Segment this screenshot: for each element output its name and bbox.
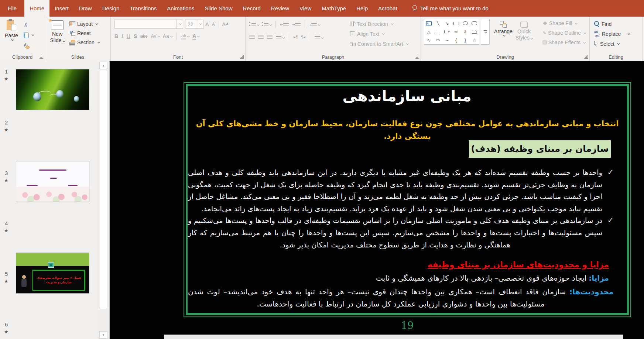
font-dialog-launcher[interactable] — [240, 55, 244, 59]
new-slide-button[interactable]: New Slide — [47, 18, 67, 52]
limitations-paragraph[interactable]: محدودیت‌ها: سازمان فاقد انعطاف است– همکا… — [188, 286, 613, 310]
shape-triangle[interactable]: △ — [424, 28, 434, 36]
find-button[interactable]: Find — [594, 19, 630, 29]
slide-canvas[interactable]: مبانی سازماندهی انتخاب و مبانی سازماندهی… — [110, 61, 644, 339]
select-button[interactable]: Select — [594, 39, 630, 49]
decrease-indent-button[interactable]: ⇤ — [280, 21, 289, 27]
format-painter-button[interactable] — [24, 41, 34, 50]
italic-button[interactable]: I — [121, 33, 123, 39]
shape-outline-button[interactable]: ✎Shape Outline — [543, 28, 586, 38]
shape-star[interactable]: ☆ — [470, 36, 479, 44]
scroll-up-button[interactable]: ▲ — [99, 62, 107, 69]
thumbnail-scrollbar[interactable]: ▲ ▼ — [99, 61, 107, 339]
font-name-combo[interactable] — [114, 20, 183, 29]
shape-fill-button[interactable]: Shape Fill — [543, 18, 586, 28]
horizontal-scrollbar[interactable] — [164, 335, 623, 339]
layout-button[interactable]: Layout — [69, 19, 99, 28]
copy-button[interactable] — [24, 30, 34, 40]
shape-right-arrow[interactable]: ⇨ — [452, 28, 461, 36]
highlight-color-button[interactable]: ab — [181, 33, 189, 40]
change-case-button[interactable]: Aa — [163, 33, 172, 39]
slide-title[interactable]: مبانی سازماندهی — [187, 84, 627, 108]
shape-down-arrow[interactable]: ⇩ — [461, 28, 470, 36]
slide-3-thumbnail[interactable]: 11 فصل ۱: سیر تحولات نظریه‌های سازمان و … — [16, 253, 89, 294]
tab-file[interactable]: File — [0, 0, 24, 17]
rtl-direction-button[interactable]: ¶◂ — [301, 35, 305, 40]
shape-left-brace[interactable]: { — [452, 36, 461, 44]
shape-rounded-rectangle[interactable] — [470, 19, 479, 28]
tab-draw[interactable]: Draw — [74, 0, 97, 17]
advantages-heading[interactable]: مزایا و محدودیت‌های سازمان بر مبنای وظیف… — [428, 260, 609, 269]
columns-button[interactable] — [315, 34, 323, 40]
font-size-dropdown[interactable] — [197, 20, 203, 28]
tab-insert[interactable]: Insert — [49, 0, 74, 17]
shape-elbow-connector[interactable] — [434, 28, 443, 36]
slide-1-thumbnail[interactable] — [16, 69, 89, 110]
tab-home[interactable]: Home — [24, 0, 49, 17]
shape-rectangle[interactable] — [452, 19, 461, 28]
shape-effects-button[interactable]: Shape Effects — [543, 38, 586, 47]
align-text-button[interactable]: Align Text — [350, 29, 408, 39]
quick-styles-button[interactable]: Quick Styles — [514, 18, 534, 52]
align-center-button[interactable] — [258, 35, 264, 39]
shapes-gallery[interactable]: A ╲ ↘ △ ▸ ⇨ ⇩ ∿ ∼ { } ☆ — [424, 19, 479, 45]
arrange-button[interactable]: Arrange — [493, 18, 513, 52]
bold-button[interactable]: B — [114, 33, 118, 39]
tab-design[interactable]: Design — [97, 0, 125, 17]
tab-help[interactable]: Help — [351, 0, 373, 17]
shape-right-brace[interactable]: } — [461, 36, 470, 44]
font-size-combo[interactable]: 22 — [185, 20, 203, 29]
reset-button[interactable]: Reset — [69, 28, 99, 38]
bullets-button[interactable] — [249, 21, 259, 27]
align-left-button[interactable] — [249, 35, 255, 39]
font-color-button[interactable]: A — [192, 33, 199, 40]
tab-transitions[interactable]: Transitions — [124, 0, 162, 17]
tell-me-box[interactable]: Tell me what you want to do — [412, 0, 489, 17]
tab-animations[interactable]: Animations — [162, 0, 199, 17]
decrease-font-size-button[interactable]: Aˇ — [212, 22, 216, 27]
underline-button[interactable]: U — [127, 33, 130, 39]
shapes-gallery-more-button[interactable] — [481, 19, 490, 45]
slide-2-thumbnail[interactable] — [16, 161, 89, 202]
text-direction-button[interactable]: Text Direction — [350, 19, 408, 29]
tab-review[interactable]: Review — [266, 0, 294, 17]
justify-button[interactable] — [276, 34, 284, 40]
font-name-dropdown[interactable] — [177, 20, 183, 28]
increase-indent-button[interactable]: ⇥ — [292, 21, 301, 27]
advantages-line[interactable]: مزایا: ایجاد حوزه‌های قوی تخصصی– بازدهی … — [376, 274, 609, 282]
paragraph-dialog-launcher[interactable] — [415, 55, 419, 59]
section-button[interactable]: Section — [69, 38, 99, 47]
paste-button[interactable]: Paste — [1, 18, 21, 52]
shape-oval[interactable] — [461, 19, 470, 28]
scroll-down-button[interactable]: ▼ — [99, 331, 107, 339]
tab-view[interactable]: View — [294, 0, 316, 17]
section-heading-box[interactable]: سازمان بر مبنای وظیفه (هدف) — [469, 140, 611, 158]
shape-scribble[interactable]: ∿ — [424, 36, 434, 44]
shape-elbow-arrow-connector[interactable]: ▸ — [442, 28, 452, 36]
tab-record[interactable]: Record — [237, 0, 266, 17]
slide-subtitle[interactable]: انتخاب و مبانی سازماندهی به عوامل مختلفی… — [190, 117, 624, 143]
line-spacing-button[interactable]: ↕ — [309, 21, 320, 27]
shape-curve[interactable]: ∼ — [442, 36, 452, 44]
shape-line[interactable]: ╲ — [434, 19, 443, 28]
strikethrough-button[interactable]: abc — [140, 34, 147, 39]
tab-acrobat[interactable]: Acrobat — [373, 0, 402, 17]
numbering-button[interactable] — [262, 21, 271, 27]
shape-arrow[interactable]: ↘ — [442, 19, 452, 28]
cut-button[interactable]: ✂ — [24, 20, 34, 29]
shape-textbox[interactable]: A — [424, 19, 434, 28]
tab-slide-show[interactable]: Slide Show — [199, 0, 237, 17]
increase-font-size-button[interactable]: Aˆ — [205, 21, 210, 27]
clipboard-dialog-launcher[interactable] — [40, 55, 43, 59]
drawing-dialog-launcher[interactable] — [584, 55, 588, 59]
shape-arc[interactable] — [434, 36, 443, 44]
clear-formatting-button[interactable]: A◢ — [222, 21, 228, 27]
text-shadow-button[interactable]: S — [134, 33, 137, 39]
replace-button[interactable]: Replace — [594, 29, 630, 39]
align-right-button[interactable] — [267, 35, 273, 39]
shape-snip-rectangle[interactable] — [470, 28, 479, 36]
convert-smartart-button[interactable]: Convert to SmartArt — [350, 39, 408, 49]
character-spacing-button[interactable]: AV — [151, 34, 160, 39]
tab-mathtype[interactable]: MathType — [316, 0, 351, 17]
scrollbar-thumb[interactable] — [100, 70, 107, 309]
